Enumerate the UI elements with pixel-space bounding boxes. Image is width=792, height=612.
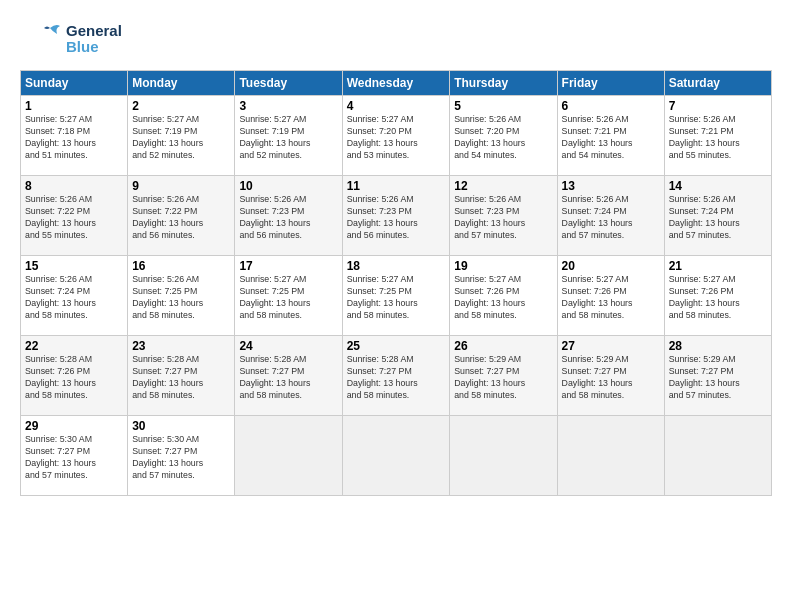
day-number: 11 [347,179,446,193]
calendar-cell: 18Sunrise: 5:27 AM Sunset: 7:25 PM Dayli… [342,256,450,336]
calendar-cell: 29Sunrise: 5:30 AM Sunset: 7:27 PM Dayli… [21,416,128,496]
calendar-cell: 10Sunrise: 5:26 AM Sunset: 7:23 PM Dayli… [235,176,342,256]
calendar-cell: 7Sunrise: 5:26 AM Sunset: 7:21 PM Daylig… [664,96,771,176]
day-info: Sunrise: 5:26 AM Sunset: 7:20 PM Dayligh… [454,114,552,162]
day-info: Sunrise: 5:27 AM Sunset: 7:20 PM Dayligh… [347,114,446,162]
calendar-cell: 12Sunrise: 5:26 AM Sunset: 7:23 PM Dayli… [450,176,557,256]
day-info: Sunrise: 5:27 AM Sunset: 7:19 PM Dayligh… [239,114,337,162]
calendar-cell: 16Sunrise: 5:26 AM Sunset: 7:25 PM Dayli… [128,256,235,336]
calendar-header-sunday: Sunday [21,71,128,96]
day-number: 15 [25,259,123,273]
day-info: Sunrise: 5:29 AM Sunset: 7:27 PM Dayligh… [669,354,767,402]
day-info: Sunrise: 5:26 AM Sunset: 7:24 PM Dayligh… [562,194,660,242]
calendar-header-tuesday: Tuesday [235,71,342,96]
day-number: 14 [669,179,767,193]
calendar-header-friday: Friday [557,71,664,96]
day-number: 28 [669,339,767,353]
day-number: 24 [239,339,337,353]
day-number: 16 [132,259,230,273]
day-info: Sunrise: 5:26 AM Sunset: 7:24 PM Dayligh… [669,194,767,242]
calendar-cell: 30Sunrise: 5:30 AM Sunset: 7:27 PM Dayli… [128,416,235,496]
logo-general-text: General [66,23,122,40]
day-info: Sunrise: 5:26 AM Sunset: 7:21 PM Dayligh… [669,114,767,162]
day-info: Sunrise: 5:27 AM Sunset: 7:26 PM Dayligh… [454,274,552,322]
calendar-row-3: 22Sunrise: 5:28 AM Sunset: 7:26 PM Dayli… [21,336,772,416]
day-info: Sunrise: 5:26 AM Sunset: 7:23 PM Dayligh… [347,194,446,242]
logo-blue-text: Blue [66,39,122,56]
day-info: Sunrise: 5:28 AM Sunset: 7:27 PM Dayligh… [347,354,446,402]
day-number: 17 [239,259,337,273]
day-info: Sunrise: 5:28 AM Sunset: 7:27 PM Dayligh… [239,354,337,402]
day-info: Sunrise: 5:29 AM Sunset: 7:27 PM Dayligh… [562,354,660,402]
day-number: 9 [132,179,230,193]
day-number: 23 [132,339,230,353]
calendar-cell [557,416,664,496]
logo: General Blue [20,18,122,60]
calendar-cell [235,416,342,496]
calendar-header-row: SundayMondayTuesdayWednesdayThursdayFrid… [21,71,772,96]
day-number: 5 [454,99,552,113]
calendar-header-wednesday: Wednesday [342,71,450,96]
day-number: 10 [239,179,337,193]
day-number: 13 [562,179,660,193]
day-info: Sunrise: 5:27 AM Sunset: 7:25 PM Dayligh… [347,274,446,322]
calendar-cell: 9Sunrise: 5:26 AM Sunset: 7:22 PM Daylig… [128,176,235,256]
calendar-header-monday: Monday [128,71,235,96]
day-number: 19 [454,259,552,273]
calendar-header-thursday: Thursday [450,71,557,96]
day-info: Sunrise: 5:26 AM Sunset: 7:22 PM Dayligh… [25,194,123,242]
day-number: 25 [347,339,446,353]
day-number: 6 [562,99,660,113]
day-info: Sunrise: 5:27 AM Sunset: 7:19 PM Dayligh… [132,114,230,162]
calendar-cell: 22Sunrise: 5:28 AM Sunset: 7:26 PM Dayli… [21,336,128,416]
calendar-cell: 26Sunrise: 5:29 AM Sunset: 7:27 PM Dayli… [450,336,557,416]
calendar-cell: 11Sunrise: 5:26 AM Sunset: 7:23 PM Dayli… [342,176,450,256]
day-info: Sunrise: 5:26 AM Sunset: 7:22 PM Dayligh… [132,194,230,242]
calendar-cell [450,416,557,496]
day-info: Sunrise: 5:27 AM Sunset: 7:25 PM Dayligh… [239,274,337,322]
day-number: 1 [25,99,123,113]
day-number: 4 [347,99,446,113]
day-info: Sunrise: 5:26 AM Sunset: 7:21 PM Dayligh… [562,114,660,162]
day-info: Sunrise: 5:28 AM Sunset: 7:26 PM Dayligh… [25,354,123,402]
calendar-cell: 13Sunrise: 5:26 AM Sunset: 7:24 PM Dayli… [557,176,664,256]
day-info: Sunrise: 5:27 AM Sunset: 7:26 PM Dayligh… [669,274,767,322]
day-info: Sunrise: 5:28 AM Sunset: 7:27 PM Dayligh… [132,354,230,402]
day-number: 27 [562,339,660,353]
day-info: Sunrise: 5:29 AM Sunset: 7:27 PM Dayligh… [454,354,552,402]
calendar-row-0: 1Sunrise: 5:27 AM Sunset: 7:18 PM Daylig… [21,96,772,176]
calendar-table: SundayMondayTuesdayWednesdayThursdayFrid… [20,70,772,496]
day-info: Sunrise: 5:26 AM Sunset: 7:24 PM Dayligh… [25,274,123,322]
calendar-cell: 19Sunrise: 5:27 AM Sunset: 7:26 PM Dayli… [450,256,557,336]
day-info: Sunrise: 5:30 AM Sunset: 7:27 PM Dayligh… [132,434,230,482]
day-info: Sunrise: 5:27 AM Sunset: 7:26 PM Dayligh… [562,274,660,322]
calendar-cell: 2Sunrise: 5:27 AM Sunset: 7:19 PM Daylig… [128,96,235,176]
day-number: 8 [25,179,123,193]
day-number: 22 [25,339,123,353]
day-number: 20 [562,259,660,273]
day-number: 21 [669,259,767,273]
calendar-cell: 23Sunrise: 5:28 AM Sunset: 7:27 PM Dayli… [128,336,235,416]
calendar-cell: 5Sunrise: 5:26 AM Sunset: 7:20 PM Daylig… [450,96,557,176]
day-number: 29 [25,419,123,433]
day-number: 18 [347,259,446,273]
calendar-row-1: 8Sunrise: 5:26 AM Sunset: 7:22 PM Daylig… [21,176,772,256]
calendar-cell: 8Sunrise: 5:26 AM Sunset: 7:22 PM Daylig… [21,176,128,256]
calendar-cell: 4Sunrise: 5:27 AM Sunset: 7:20 PM Daylig… [342,96,450,176]
day-info: Sunrise: 5:30 AM Sunset: 7:27 PM Dayligh… [25,434,123,482]
calendar-cell: 15Sunrise: 5:26 AM Sunset: 7:24 PM Dayli… [21,256,128,336]
calendar-cell: 27Sunrise: 5:29 AM Sunset: 7:27 PM Dayli… [557,336,664,416]
calendar-cell: 3Sunrise: 5:27 AM Sunset: 7:19 PM Daylig… [235,96,342,176]
page: General Blue SundayMondayTuesdayWednesda… [0,0,792,612]
day-info: Sunrise: 5:26 AM Sunset: 7:23 PM Dayligh… [454,194,552,242]
day-number: 30 [132,419,230,433]
header: General Blue [20,18,772,60]
day-number: 3 [239,99,337,113]
calendar-cell: 25Sunrise: 5:28 AM Sunset: 7:27 PM Dayli… [342,336,450,416]
day-number: 2 [132,99,230,113]
calendar-header-saturday: Saturday [664,71,771,96]
day-number: 7 [669,99,767,113]
logo-svg [20,18,62,60]
day-info: Sunrise: 5:26 AM Sunset: 7:25 PM Dayligh… [132,274,230,322]
day-number: 12 [454,179,552,193]
